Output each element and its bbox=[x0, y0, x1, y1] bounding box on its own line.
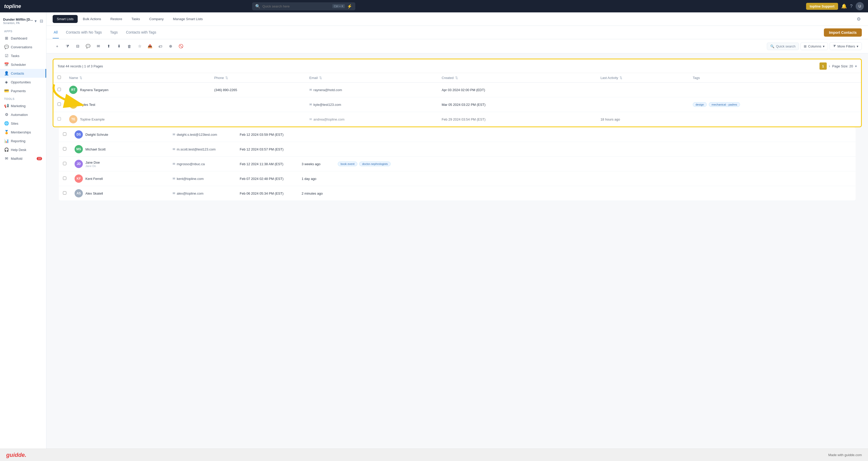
chat-icon[interactable]: 💬 bbox=[84, 42, 92, 51]
row-checkbox[interactable] bbox=[63, 147, 66, 151]
row-checkbox[interactable] bbox=[58, 117, 61, 121]
tags-cell bbox=[334, 186, 856, 201]
columns-icon[interactable]: ⊟ bbox=[73, 42, 82, 51]
email-value: m.scott.test@test123.com bbox=[177, 147, 215, 151]
chevron-down-icon[interactable]: ▾ bbox=[855, 64, 857, 68]
last-activity-column-header[interactable]: Last Activity ⇅ bbox=[596, 73, 689, 83]
sidebar-item-label: Payments bbox=[11, 89, 26, 93]
name-column-header[interactable]: Name ⇅ bbox=[65, 73, 210, 83]
notifications-icon[interactable]: 🔔 bbox=[841, 3, 847, 9]
contact-avatar: RT bbox=[69, 86, 78, 94]
sidebar-item-sites[interactable]: 🌐 Sites bbox=[0, 119, 46, 128]
help-icon[interactable]: ? bbox=[850, 4, 852, 9]
next-page-icon[interactable]: › bbox=[829, 64, 830, 68]
settings-icon[interactable]: ⚙ bbox=[856, 15, 862, 23]
import-contacts-button[interactable]: Import Contacts bbox=[824, 28, 862, 37]
reporting-icon: 📊 bbox=[4, 139, 9, 143]
select-all-checkbox[interactable] bbox=[58, 75, 61, 79]
created-column-header[interactable]: Created ⇅ bbox=[438, 73, 596, 83]
table-row[interactable]: MS Michael Scott ✉ m.scott.test@test123.… bbox=[59, 142, 856, 157]
helpdesk-icon: 🎧 bbox=[4, 147, 9, 152]
sidebar-item-opportunities[interactable]: ◈ Opportunities bbox=[0, 78, 46, 87]
sidebar-item-marketing[interactable]: 📢 Marketing bbox=[0, 101, 46, 110]
sidebar-item-label: Automation bbox=[11, 113, 28, 117]
quick-search-bar[interactable]: 🔍 Quick search bbox=[767, 42, 799, 50]
contact-name-cell: JD Jane Doe Jane Do bbox=[74, 160, 123, 168]
user-avatar[interactable]: U bbox=[856, 2, 864, 10]
sidebar-item-reporting[interactable]: 📊 Reporting bbox=[0, 136, 46, 145]
sidebar-item-scheduler[interactable]: 📅 Scheduler bbox=[0, 60, 46, 69]
columns-button[interactable]: ⊞ Columns ▾ bbox=[800, 42, 828, 50]
last-activity-cell bbox=[596, 83, 689, 97]
subnav-smart-lists[interactable]: Smart Lists bbox=[53, 15, 78, 23]
table-row[interactable]: KF Kent Ferrell ✉ kent@topline.com bbox=[59, 172, 856, 186]
sidebar-item-automation[interactable]: ⚙ Automation bbox=[0, 110, 46, 119]
table-row[interactable]: KT Kyles Test ✉ kyle@test12 bbox=[54, 97, 861, 112]
upload-icon[interactable]: ⬆ bbox=[104, 42, 113, 51]
tags-cell: book event doctor-nephrologists bbox=[334, 157, 856, 172]
row-checkbox[interactable] bbox=[63, 177, 66, 180]
download-icon[interactable]: ⬇ bbox=[115, 42, 123, 51]
row-checkbox[interactable] bbox=[58, 102, 61, 106]
sites-icon: 🌐 bbox=[4, 121, 9, 126]
more-filters-button[interactable]: ⧩ More Filters ▾ bbox=[830, 42, 862, 50]
star-icon[interactable]: ☆ bbox=[135, 42, 144, 51]
sidebar-item-payments[interactable]: 💳 Payments bbox=[0, 87, 46, 95]
search-icon: 🔍 bbox=[255, 4, 260, 9]
tab-with-tags[interactable]: Contacts with Tags bbox=[125, 27, 157, 38]
tags-cell bbox=[334, 142, 856, 157]
contact-avatar: JD bbox=[74, 160, 83, 168]
merge-icon[interactable]: ⊕ bbox=[166, 42, 175, 51]
sidebar-item-contacts[interactable]: 👤 Contacts bbox=[0, 69, 46, 78]
email-cell: ✉ raynera@hotd.com bbox=[309, 88, 433, 92]
table-row[interactable]: RT Raynera Targaryen (346) 890-2265 ✉ bbox=[54, 83, 861, 97]
table-row[interactable]: JD Jane Doe Jane Do ✉ bbox=[59, 157, 856, 172]
export-icon[interactable]: 📤 bbox=[146, 42, 154, 51]
subnav-bulk-actions[interactable]: Bulk Actions bbox=[79, 15, 105, 23]
current-page[interactable]: 1 bbox=[819, 62, 827, 70]
global-search-bar[interactable]: 🔍 Ctrl + K ⚡ bbox=[252, 2, 355, 10]
sort-icon: ⇅ bbox=[455, 76, 458, 80]
tab-all[interactable]: All bbox=[53, 27, 59, 38]
block-icon[interactable]: 🚫 bbox=[177, 42, 185, 51]
lightning-icon: ⚡ bbox=[347, 4, 352, 9]
sidebar-item-conversations[interactable]: 💬 Conversations bbox=[0, 42, 46, 51]
email-value: kent@topline.com bbox=[177, 177, 204, 181]
sidebar-item-memberships[interactable]: 🏅 Memberships bbox=[0, 128, 46, 136]
add-icon[interactable]: ＋ bbox=[53, 42, 61, 51]
created-cell: Mar 05 2024 03:22 PM (EST) bbox=[438, 97, 596, 112]
search-shortcut: Ctrl + K bbox=[332, 4, 345, 8]
tag-icon[interactable]: 🏷 bbox=[156, 42, 165, 51]
table-row[interactable]: TE Topline Example ✉ andrea bbox=[54, 112, 861, 127]
workspace-selector[interactable]: Dunder Mifflin [D... Scranton, PA ▾ ⊟ bbox=[0, 16, 46, 28]
page-size-selector[interactable]: Page Size: 20 bbox=[832, 64, 853, 68]
subnav-restore[interactable]: Restore bbox=[106, 15, 126, 23]
row-checkbox[interactable] bbox=[63, 132, 66, 136]
row-checkbox[interactable] bbox=[58, 88, 61, 91]
phone-column-header[interactable]: Phone ⇅ bbox=[210, 73, 305, 83]
support-button[interactable]: topline Support bbox=[806, 3, 838, 10]
table-row[interactable]: DS Dwight Schrute ✉ dwight.s.test@123tes… bbox=[59, 127, 856, 142]
row-checkbox[interactable] bbox=[63, 162, 66, 165]
global-search-input[interactable] bbox=[262, 4, 330, 8]
email-column-header[interactable]: Email ⇅ bbox=[305, 73, 438, 83]
sidebar-toggle-icon[interactable]: ⊟ bbox=[40, 19, 43, 24]
sidebar-item-label: Help Desk bbox=[11, 148, 26, 152]
sidebar-item-dashboard[interactable]: ⊞ Dashboard bbox=[0, 34, 46, 42]
row-checkbox[interactable] bbox=[63, 191, 66, 195]
created-cell: Apr 03 2024 02:00 PM (EDT) bbox=[438, 83, 596, 97]
subnav-company[interactable]: Company bbox=[145, 15, 168, 23]
tab-no-tags[interactable]: Contacts with No Tags bbox=[65, 27, 103, 38]
tab-tags[interactable]: Tags bbox=[109, 27, 119, 38]
sidebar-item-helpdesk[interactable]: 🎧 Help Desk bbox=[0, 145, 46, 154]
filter-icon[interactable]: ⧩ bbox=[63, 42, 72, 51]
table-row[interactable]: AS Alex Skatell ✉ alex@topline.com bbox=[59, 186, 856, 201]
email-icon[interactable]: ✉ bbox=[94, 42, 103, 51]
delete-icon[interactable]: 🗑 bbox=[125, 42, 134, 51]
normal-contacts-table: DS Dwight Schrute ✉ dwight.s.test@123tes… bbox=[59, 127, 856, 201]
sidebar-item-mailfold[interactable]: ✉ Mailfold 10 bbox=[0, 154, 46, 163]
sort-icon: ⇅ bbox=[620, 76, 622, 80]
subnav-manage-smart-lists[interactable]: Manage Smart Lists bbox=[169, 15, 207, 23]
subnav-tasks[interactable]: Tasks bbox=[127, 15, 144, 23]
sidebar-item-tasks[interactable]: ☑ Tasks bbox=[0, 51, 46, 60]
